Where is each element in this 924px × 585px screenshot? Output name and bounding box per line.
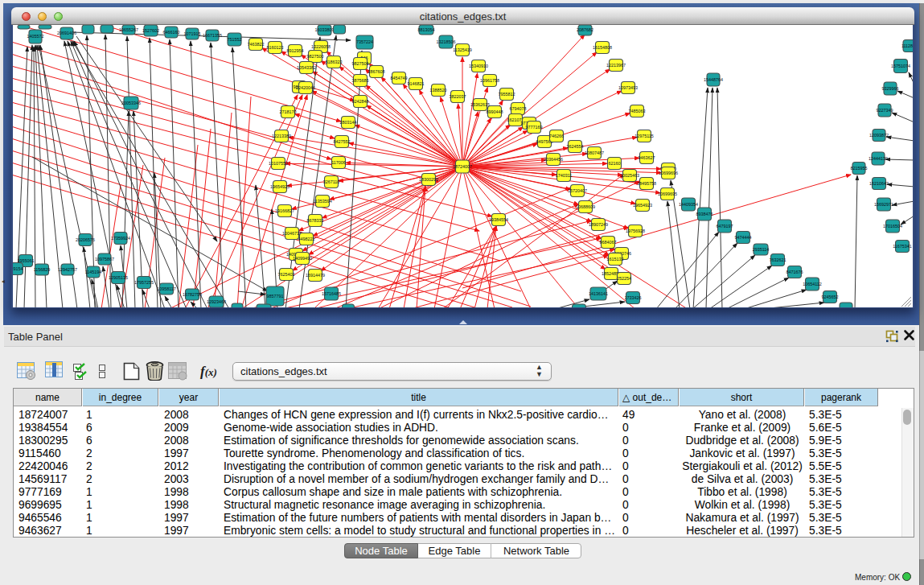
svg-text:2867608: 2867608 xyxy=(368,69,385,74)
svg-text:9684067: 9684067 xyxy=(600,240,617,245)
svg-text:2087682: 2087682 xyxy=(577,27,593,32)
svg-text:17359924: 17359924 xyxy=(111,236,130,241)
svg-text:12975115: 12975115 xyxy=(634,134,654,138)
svg-text:16671355: 16671355 xyxy=(203,33,222,38)
svg-text:19654925: 19654925 xyxy=(270,184,290,189)
svg-text:9245652: 9245652 xyxy=(822,295,839,299)
svg-text:8938476: 8938476 xyxy=(696,212,713,216)
svg-text:10973493: 10973493 xyxy=(618,85,638,90)
svg-text:9474444: 9474444 xyxy=(735,235,752,240)
svg-text:8990448: 8990448 xyxy=(487,109,503,114)
svg-text:15720407: 15720407 xyxy=(568,188,587,193)
svg-text:1145194: 1145194 xyxy=(85,270,102,274)
svg-text:9827506: 9827506 xyxy=(352,61,369,66)
svg-text:7955812: 7955812 xyxy=(499,92,515,97)
svg-text:15340910: 15340910 xyxy=(469,64,488,68)
svg-text:751552: 751552 xyxy=(228,37,242,42)
svg-text:19166827: 19166827 xyxy=(275,208,294,213)
svg-text:3624554: 3624554 xyxy=(567,144,584,149)
svg-text:10807487: 10807487 xyxy=(585,150,604,155)
svg-text:12942757: 12942757 xyxy=(58,267,77,272)
svg-text:15448764: 15448764 xyxy=(704,77,723,82)
svg-text:17957255: 17957255 xyxy=(134,280,154,285)
svg-text:22420046: 22420046 xyxy=(296,85,315,90)
svg-text:2718170: 2718170 xyxy=(280,109,297,114)
svg-text:7357224: 7357224 xyxy=(356,39,373,44)
svg-text:11325419: 11325419 xyxy=(453,47,472,52)
svg-text:8813054: 8813054 xyxy=(418,27,435,32)
svg-text:12093872: 12093872 xyxy=(869,133,889,138)
svg-text:12444139: 12444139 xyxy=(869,156,888,161)
svg-text:10961758: 10961758 xyxy=(480,78,499,83)
svg-text:12923468: 12923468 xyxy=(207,299,226,304)
svg-text:9329966: 9329966 xyxy=(882,86,899,91)
svg-text:15751074: 15751074 xyxy=(891,64,910,68)
svg-text:10046738: 10046738 xyxy=(282,231,302,236)
svg-text:7463822: 7463822 xyxy=(248,42,265,47)
svg-text:18495758: 18495758 xyxy=(637,181,656,186)
svg-text:12905135: 12905135 xyxy=(109,275,128,280)
svg-text:16914479: 16914479 xyxy=(306,273,325,278)
svg-text:15692971: 15692971 xyxy=(874,202,893,207)
svg-text:9777169: 9777169 xyxy=(526,125,543,130)
svg-text:9242848: 9242848 xyxy=(352,99,369,104)
svg-text:12213389: 12213389 xyxy=(272,134,291,138)
svg-text:8186323: 8186323 xyxy=(326,60,343,64)
svg-text:10655267: 10655267 xyxy=(119,27,138,32)
svg-text:8678332: 8678332 xyxy=(307,218,324,223)
svg-text:8160123: 8160123 xyxy=(267,45,284,50)
svg-text:8427552: 8427552 xyxy=(334,139,351,144)
svg-text:14409354: 14409354 xyxy=(679,202,698,207)
svg-text:8454749: 8454749 xyxy=(391,76,408,80)
svg-text:12213967: 12213967 xyxy=(606,63,626,68)
svg-text:20053346: 20053346 xyxy=(121,101,141,105)
svg-text:39154: 39154 xyxy=(13,266,23,271)
svg-text:10699695: 10699695 xyxy=(658,192,677,196)
svg-text:17016504: 17016504 xyxy=(883,224,902,229)
svg-text:20364456: 20364456 xyxy=(544,157,563,162)
svg-text:15362615: 15362615 xyxy=(470,102,490,107)
svg-text:9857791: 9857791 xyxy=(267,294,284,299)
svg-text:10688609: 10688609 xyxy=(576,204,595,209)
svg-text:117006: 117006 xyxy=(331,160,346,165)
svg-text:14099490: 14099490 xyxy=(293,256,312,261)
svg-text:13226058: 13226058 xyxy=(311,44,331,49)
svg-text:3267110: 3267110 xyxy=(323,179,340,184)
svg-text:20691406: 20691406 xyxy=(57,31,76,35)
svg-text:1733426: 1733426 xyxy=(625,295,642,300)
svg-text:7625402: 7625402 xyxy=(278,272,295,277)
svg-text:18300295: 18300295 xyxy=(419,177,438,182)
svg-text:1955061: 1955061 xyxy=(18,258,35,263)
svg-text:1527602: 1527602 xyxy=(142,28,159,33)
svg-text:14136141: 14136141 xyxy=(589,291,608,296)
svg-text:8912954: 8912954 xyxy=(287,48,304,53)
svg-text:9463627: 9463627 xyxy=(639,155,655,160)
svg-text:3875685: 3875685 xyxy=(352,78,369,83)
svg-text:1112846: 1112846 xyxy=(901,43,913,48)
svg-text:1740311: 1740311 xyxy=(556,173,573,178)
svg-text:11675341: 11675341 xyxy=(893,244,912,249)
svg-text:1405572: 1405572 xyxy=(27,34,44,39)
svg-text:10654112: 10654112 xyxy=(803,282,822,286)
svg-text:1388520: 1388520 xyxy=(430,88,447,93)
svg-text:6479197: 6479197 xyxy=(717,224,733,229)
svg-text:19756928: 19756928 xyxy=(626,229,645,233)
svg-text:9227349: 9227349 xyxy=(877,108,893,113)
svg-text:9827500: 9827500 xyxy=(307,54,324,59)
svg-text:2803144: 2803144 xyxy=(340,120,357,125)
svg-text:16210643: 16210643 xyxy=(869,181,889,186)
svg-text:1071915: 1071915 xyxy=(184,31,201,36)
svg-text:746266: 746266 xyxy=(549,134,564,138)
svg-text:252254: 252254 xyxy=(617,276,631,281)
svg-text:6794078: 6794078 xyxy=(510,106,527,111)
svg-text:62160: 62160 xyxy=(609,161,621,166)
svg-text:13218506: 13218506 xyxy=(437,39,456,44)
svg-text:18907249: 18907249 xyxy=(589,222,608,227)
svg-text:18724007: 18724007 xyxy=(453,164,472,169)
svg-text:16782759: 16782759 xyxy=(183,292,202,297)
svg-text:10975867: 10975867 xyxy=(95,257,114,262)
svg-text:4498222: 4498222 xyxy=(298,237,315,241)
svg-text:19384554: 19384554 xyxy=(489,217,508,222)
svg-text:2935114: 2935114 xyxy=(753,247,770,252)
svg-text:11353594: 11353594 xyxy=(313,199,332,204)
